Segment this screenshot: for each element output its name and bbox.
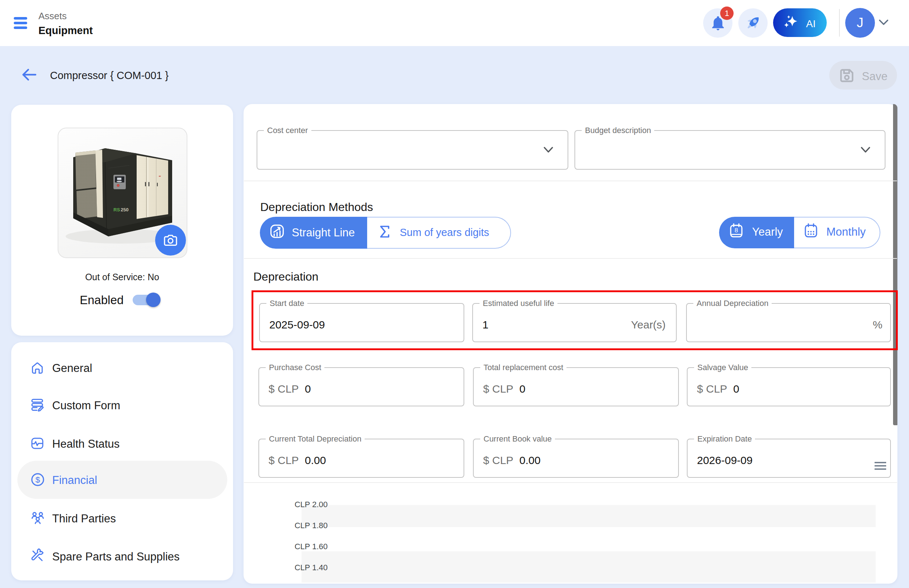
svg-text:RS: RS xyxy=(113,207,120,212)
svg-text:8: 8 xyxy=(735,227,738,234)
svg-text:250: 250 xyxy=(121,207,129,212)
svg-text:$: $ xyxy=(36,475,40,484)
